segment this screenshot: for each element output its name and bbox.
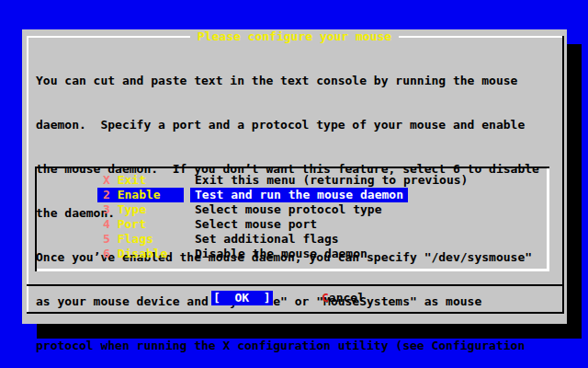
- ok-button[interactable]: [ OK ]: [211, 291, 273, 305]
- body-line: daemon. Specify a port and a protocol ty…: [36, 118, 539, 132]
- menu-item-exit[interactable]: X Exit Exit this menu (returning to prev…: [22, 173, 567, 188]
- menu-item-enable[interactable]: 2 Enable Test and run the mouse daemon: [22, 188, 567, 202]
- dialog-titlebar: Please configure your mouse: [22, 29, 567, 44]
- mouse-config-dialog: Please configure your mouse You can cut …: [22, 29, 567, 324]
- menu-border-bottom: [37, 269, 549, 271]
- menu-item-desc: Set additional flags: [190, 232, 344, 247]
- menu-item-type[interactable]: 3 Type Select mouse protocol type: [22, 202, 567, 217]
- dialog-title: Please configure your mouse: [190, 29, 399, 44]
- menu-item-desc: Exit this menu (returning to previous): [190, 173, 472, 188]
- body-line: You can cut and paste text in the text c…: [36, 74, 539, 88]
- menu-item-desc: Select mouse protocol type: [190, 202, 387, 217]
- menu-item-desc: Select mouse port: [190, 217, 322, 232]
- menu-item-desc: Test and run the mouse daemon: [190, 188, 408, 202]
- menu-item-tag: 2 Enable: [97, 188, 184, 202]
- menu-item-tag: 3 Type: [97, 202, 184, 217]
- cancel-button[interactable]: Cancel: [322, 291, 365, 305]
- menu-item-tag: 6 Disable: [97, 247, 184, 261]
- console-screen: { "colors": { "screen_background": "#000…: [0, 0, 588, 368]
- menu-border-top: [35, 167, 549, 168]
- menu-item-disable[interactable]: 6 Disable Disable the mouse daemon: [22, 247, 567, 261]
- menu-item-desc: Disable the mouse daemon: [190, 247, 372, 261]
- body-line: protocol when running the X configuratio…: [36, 339, 539, 353]
- button-separator: [27, 284, 562, 286]
- menu-item-tag: 5 Flags: [97, 232, 184, 247]
- body-line: as your mouse device and "SysMouse" or "…: [36, 294, 539, 309]
- menu-item-tag: X Exit: [97, 173, 184, 188]
- menu-item-tag: 4 Port: [97, 217, 184, 232]
- cancel-shortcut-key: C: [322, 291, 329, 305]
- menu-item-port[interactable]: 4 Port Select mouse port: [22, 217, 567, 232]
- menu-item-flags[interactable]: 5 Flags Set additional flags: [22, 232, 567, 247]
